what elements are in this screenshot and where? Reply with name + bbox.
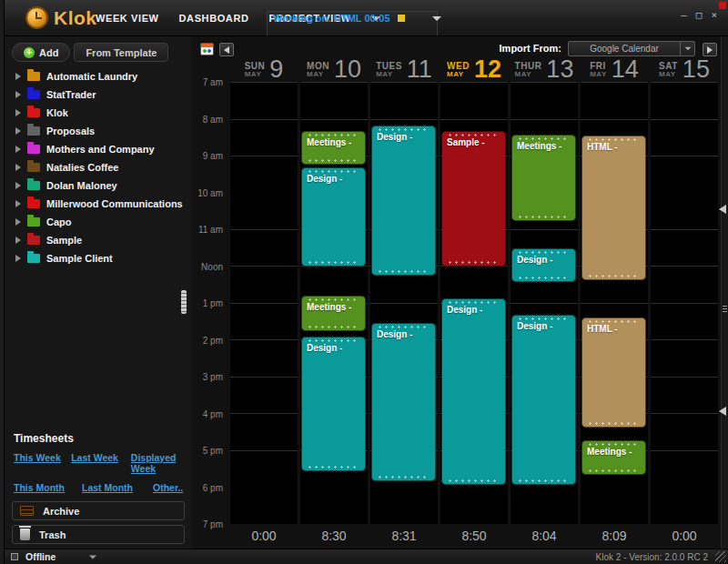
folder-icon [27, 254, 40, 263]
day-number: 10 [334, 59, 361, 80]
window-resize-grip[interactable] [715, 551, 726, 562]
minimize-button[interactable]: – [681, 9, 687, 21]
day-header-mon[interactable]: MONMAY10 [300, 55, 368, 82]
day-column-wed[interactable]: Sample -Design - [440, 82, 508, 524]
project-name: StatTrader [46, 89, 96, 100]
timesheet-link-this-month[interactable]: This Month [14, 482, 82, 493]
window-left-edge [0, 0, 5, 564]
event-sample[interactable]: Sample - [441, 131, 506, 267]
close-button[interactable]: × [711, 9, 717, 21]
sidebar-project-proposals[interactable]: Proposals [5, 122, 192, 140]
sidebar-project-millerwood-communications[interactable]: Millerwood Communications [5, 195, 192, 213]
add-project-button[interactable]: + Add [12, 43, 70, 62]
sidebar-project-mothers-and-company[interactable]: Mothers and Company [5, 140, 192, 158]
day-header-sun[interactable]: SUNMAY9 [230, 55, 298, 82]
day-header-thur[interactable]: THURMAY13 [511, 55, 578, 82]
event-design[interactable]: Design - [511, 248, 576, 282]
event-html[interactable]: HTML - [581, 136, 646, 280]
project-name: Klok [46, 107, 68, 118]
sidebar-splitter-grip[interactable] [181, 290, 187, 314]
event-design[interactable]: Design - [371, 126, 436, 276]
project-name: Automatic Laundry [46, 71, 137, 82]
sidebar-project-sample[interactable]: Sample [5, 231, 192, 249]
event-meetings[interactable]: Meetings - [511, 135, 576, 221]
maximize-button[interactable]: □ [696, 9, 703, 21]
import-from-label: Import From: [500, 43, 561, 54]
expand-arrow-icon[interactable] [15, 182, 21, 189]
stop-timer-button[interactable] [398, 15, 405, 22]
offline-status-dropdown[interactable]: Offline [0, 551, 97, 562]
day-number: 9 [269, 59, 283, 80]
day-column-mon[interactable]: Meetings -Design -Meetings -Design - [300, 82, 368, 524]
expand-arrow-icon[interactable] [15, 218, 21, 226]
timesheet-link-other-[interactable]: Other.. [153, 482, 183, 493]
trash-label: Trash [39, 529, 66, 540]
day-column-sat[interactable] [651, 82, 718, 524]
sidebar-project-capo[interactable]: Capo [5, 213, 192, 231]
sidebar-project-sample-client[interactable]: Sample Client [5, 249, 192, 267]
day-total: 8:30 [300, 529, 368, 543]
timesheet-link-this-week[interactable]: This Week [14, 452, 71, 474]
timesheet-link-last-month[interactable]: Last Month [82, 482, 153, 493]
day-column-tues[interactable]: Design -Design - [370, 82, 438, 524]
expand-arrow-icon[interactable] [15, 91, 21, 98]
expand-arrow-icon[interactable] [15, 73, 21, 80]
day-header-tues[interactable]: TUESMAY11 [370, 55, 438, 82]
day-header-fri[interactable]: FRIMAY14 [581, 55, 648, 82]
event-html[interactable]: HTML - [581, 317, 646, 428]
expand-panel-arrow-icon[interactable] [719, 205, 726, 214]
day-month: MAY [245, 71, 262, 78]
trash-tray[interactable]: Trash [12, 525, 185, 544]
day-header-sat[interactable]: SATMAY15 [651, 55, 718, 82]
day-name-stack: MONMAY [307, 62, 329, 80]
sidebar-bottom-section: Timesheets This WeekLast WeekDisplayed W… [5, 432, 192, 549]
day-column-fri[interactable]: HTML -HTML -Meetings - [581, 82, 648, 524]
folder-icon [27, 236, 40, 245]
splitter-grip-icon[interactable] [723, 306, 727, 314]
expand-arrow-icon[interactable] [15, 127, 21, 135]
timesheet-link-last-week[interactable]: Last Week [71, 452, 131, 474]
hour-label: 10 am [197, 187, 223, 197]
from-template-button[interactable]: From Template [74, 43, 168, 62]
expand-arrow-icon[interactable] [15, 109, 21, 116]
event-label: Design - [441, 298, 506, 315]
sidebar-project-natalies-coffee[interactable]: Natalies Coffee [5, 158, 192, 176]
day-column-thur[interactable]: Meetings -Design -Design - [511, 82, 578, 524]
sidebar-project-stattrader[interactable]: StatTrader [5, 86, 192, 104]
event-design[interactable]: Design - [371, 323, 436, 481]
project-name: Sample Client [46, 253, 113, 264]
expand-arrow-icon[interactable] [15, 255, 21, 262]
day-month: MAY [307, 71, 324, 78]
working-on-label[interactable]: Working on: HTML 00:05 [273, 13, 390, 24]
expand-arrow-icon[interactable] [15, 237, 21, 244]
expand-arrow-icon[interactable] [15, 146, 21, 153]
event-meetings[interactable]: Meetings - [581, 440, 646, 475]
folder-icon [27, 108, 40, 117]
event-design[interactable]: Design - [301, 337, 366, 471]
hour-label: 2 pm [203, 335, 223, 345]
menu-dashboard[interactable]: DASHBOARD [179, 13, 249, 24]
sidebar-project-automatic-laundry[interactable]: Automatic Laundry [5, 67, 192, 86]
date-picker-icon[interactable] [200, 43, 214, 55]
event-design[interactable]: Design - [301, 167, 366, 267]
day-column-sun[interactable] [230, 82, 298, 524]
archive-tray[interactable]: Archive [12, 501, 185, 520]
time-gutter: 7 am8 am9 am10 am11 amNoon1 pm2 pm3 pm4 … [192, 82, 228, 524]
day-name-stack: FRIMAY [590, 62, 607, 80]
hour-label: 11 am [198, 225, 223, 235]
timesheet-link-displayed-week[interactable]: Displayed Week [131, 452, 192, 474]
sidebar-project-dolan-maloney[interactable]: Dolan Maloney [5, 176, 192, 195]
klok-clock-icon [25, 6, 48, 29]
event-meetings[interactable]: Meetings - [301, 296, 366, 331]
expand-arrow-icon[interactable] [15, 164, 21, 171]
day-header-wed[interactable]: WEDMAY12 [440, 55, 508, 82]
expand-panel-arrow-icon[interactable] [719, 407, 726, 416]
day-name-stack: TUESMAY [376, 62, 402, 80]
sidebar-project-klok[interactable]: Klok [5, 104, 192, 122]
event-design[interactable]: Design - [441, 298, 506, 485]
working-on-chevron-down-icon[interactable] [432, 16, 441, 21]
menu-week-view[interactable]: WEEK VIEW [96, 13, 159, 24]
expand-arrow-icon[interactable] [15, 200, 21, 207]
event-meetings[interactable]: Meetings - [301, 131, 366, 165]
event-design[interactable]: Design - [511, 315, 576, 485]
